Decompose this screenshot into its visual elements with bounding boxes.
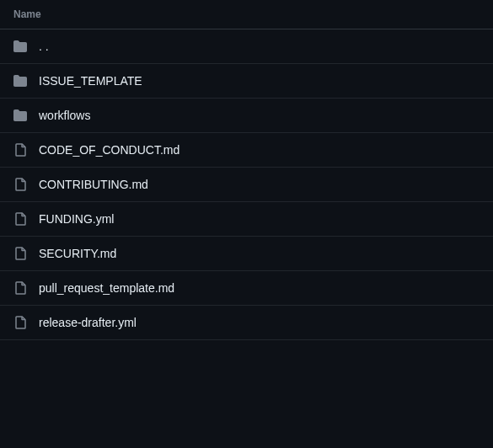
folder-icon (13, 109, 27, 122)
file-link[interactable]: SECURITY.md (39, 247, 116, 260)
file-icon (13, 178, 27, 191)
file-icon (13, 143, 27, 157)
file-link[interactable]: pull_request_template.md (39, 281, 174, 295)
file-link[interactable]: release-drafter.yml (39, 316, 137, 329)
file-icon (13, 316, 27, 329)
table-row[interactable]: workflows (0, 99, 493, 133)
table-row[interactable]: SECURITY.md (0, 237, 493, 271)
table-row[interactable]: CONTRIBUTING.md (0, 168, 493, 202)
table-row[interactable]: . . (0, 29, 493, 64)
directory-link[interactable]: ISSUE_TEMPLATE (39, 74, 142, 88)
file-link[interactable]: CONTRIBUTING.md (39, 178, 148, 191)
file-list-table: Name . .ISSUE_TEMPLATEworkflowsCODE_OF_C… (0, 0, 493, 340)
column-header-name: Name (13, 8, 41, 20)
folder-icon (13, 74, 27, 88)
table-row[interactable]: pull_request_template.md (0, 271, 493, 306)
file-icon (13, 212, 27, 226)
file-icon (13, 281, 27, 295)
folder-icon (13, 40, 27, 53)
file-link[interactable]: CODE_OF_CONDUCT.md (39, 143, 180, 157)
table-header: Name (0, 0, 493, 29)
directory-link[interactable]: . . (39, 40, 49, 53)
directory-link[interactable]: workflows (39, 109, 90, 122)
table-row[interactable]: CODE_OF_CONDUCT.md (0, 133, 493, 168)
table-row[interactable]: ISSUE_TEMPLATE (0, 64, 493, 99)
file-icon (13, 247, 27, 260)
table-row[interactable]: FUNDING.yml (0, 202, 493, 237)
table-row[interactable]: release-drafter.yml (0, 306, 493, 340)
table-body: . .ISSUE_TEMPLATEworkflowsCODE_OF_CONDUC… (0, 29, 493, 340)
file-link[interactable]: FUNDING.yml (39, 212, 114, 226)
